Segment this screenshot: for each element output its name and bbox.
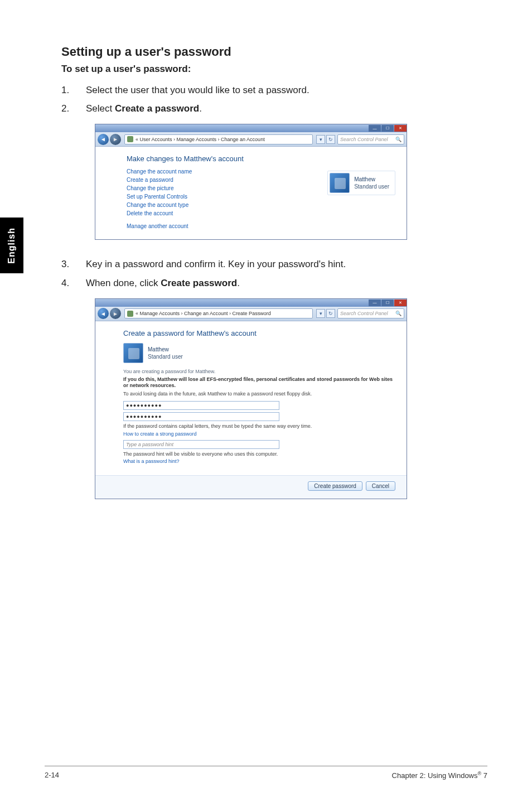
step-number: 2. [61, 101, 86, 116]
refresh-icon[interactable]: ↻ [326, 309, 335, 318]
panel-title: Make changes to Matthew's account [127, 154, 395, 163]
link-change-name[interactable]: Change the account name [127, 168, 192, 175]
search-placeholder: Search Control Panel [340, 137, 388, 142]
user-name: Matthew [354, 176, 389, 183]
back-button[interactable]: ◄ [98, 308, 109, 319]
user-role: Standard user [148, 353, 183, 360]
sub-heading: To set up a user's password: [61, 64, 471, 75]
page-heading: Setting up a user's password [61, 45, 471, 59]
link-create-password[interactable]: Create a password [127, 177, 192, 183]
refresh-icon[interactable]: ↻ [326, 135, 335, 144]
address-row: ◄ ► « Manage Accounts › Change an Accoun… [95, 307, 407, 321]
maximize-button[interactable]: ☐ [381, 125, 394, 132]
link-manage-another[interactable]: Manage another account [127, 223, 192, 229]
search-input[interactable]: Search Control Panel 🔍 [337, 134, 404, 144]
hint-visible-note: The password hint will be visible to eve… [123, 451, 395, 458]
chapter-label: Chapter 2: Using Windows® 7 [392, 771, 487, 780]
user-name: Matthew [148, 346, 183, 353]
minimize-button[interactable]: — [369, 125, 381, 132]
link-change-type[interactable]: Change the account type [127, 202, 192, 208]
link-change-picture[interactable]: Change the picture [127, 185, 192, 191]
minimize-button[interactable]: — [369, 299, 381, 306]
search-icon: 🔍 [395, 137, 402, 142]
panel-title: Create a password for Matthew's account [123, 329, 395, 337]
language-tab-label: English [7, 228, 17, 264]
window-titlebar: — ☐ ✕ [95, 124, 407, 132]
link-strong-password[interactable]: How to create a strong password [123, 431, 395, 437]
password-hint-input[interactable]: Type a password hint [123, 440, 279, 449]
breadcrumb-bar[interactable]: « User Accounts › Manage Accounts › Chan… [124, 134, 313, 144]
user-tile: Matthew Standard user [123, 343, 395, 363]
new-password-input[interactable]: ●●●●●●●●●● [123, 401, 279, 410]
forward-button[interactable]: ► [110, 134, 121, 145]
language-tab: English [0, 218, 23, 273]
maximize-button[interactable]: ☐ [381, 299, 394, 306]
close-button[interactable]: ✕ [394, 299, 407, 306]
control-panel-icon [127, 136, 133, 142]
search-input[interactable]: Search Control Panel 🔍 [337, 308, 404, 318]
warning-text: If you do this, Matthew will lose all EF… [123, 376, 395, 389]
steps-list-1: 1. Select the user that you would like t… [61, 83, 471, 116]
forward-button[interactable]: ► [110, 308, 121, 319]
footer-divider [45, 766, 487, 766]
step-number: 4. [61, 276, 86, 291]
search-icon: 🔍 [395, 311, 402, 316]
steps-list-2: 3. Key in a password and confirm it. Key… [61, 257, 471, 290]
user-role: Standard user [354, 183, 389, 190]
step-number: 3. [61, 257, 86, 272]
step-number: 1. [61, 83, 86, 98]
search-placeholder: Search Control Panel [340, 311, 388, 316]
avoid-text: To avoid losing data in the future, ask … [123, 391, 395, 398]
step-text: Key in a password and confirm it. Key in… [86, 257, 346, 272]
control-panel-icon [127, 311, 133, 317]
link-delete-account[interactable]: Delete the account [127, 210, 192, 216]
link-what-is-hint[interactable]: What is a password hint? [123, 458, 395, 464]
screenshot-change-account: — ☐ ✕ ◄ ► « User Accounts › Manage Accou… [95, 124, 407, 240]
screenshot-create-password: — ☐ ✕ ◄ ► « Manage Accounts › Change an … [95, 298, 407, 500]
link-parental-controls[interactable]: Set up Parental Controls [127, 194, 192, 200]
create-password-button[interactable]: Create password [308, 481, 362, 491]
creating-for-text: You are creating a password for Matthew. [123, 369, 395, 374]
dropdown-icon[interactable]: ▾ [316, 309, 325, 318]
step-text: When done, click Create password. [86, 276, 240, 291]
avatar [123, 343, 143, 363]
breadcrumb-text: « User Accounts › Manage Accounts › Chan… [136, 137, 265, 142]
breadcrumb-text: « Manage Accounts › Change an Account › … [136, 311, 271, 316]
avatar [330, 173, 350, 193]
close-button[interactable]: ✕ [394, 125, 407, 132]
confirm-password-input[interactable]: ●●●●●●●●●● [123, 412, 279, 421]
step-text: Select Create a password. [86, 101, 202, 116]
address-row: ◄ ► « User Accounts › Manage Accounts › … [95, 132, 407, 147]
user-tile: Matthew Standard user [327, 171, 395, 195]
breadcrumb-bar[interactable]: « Manage Accounts › Change an Account › … [124, 308, 313, 318]
step-text: Select the user that you would like to s… [86, 83, 309, 98]
cancel-button[interactable]: Cancel [366, 481, 395, 491]
page-number: 2-14 [45, 771, 59, 780]
window-titlebar: — ☐ ✕ [95, 299, 407, 307]
caps-note: If the password contains capital letters… [123, 423, 395, 430]
back-button[interactable]: ◄ [98, 134, 109, 145]
page-footer: 2-14 Chapter 2: Using Windows® 7 [0, 771, 532, 780]
dropdown-icon[interactable]: ▾ [316, 135, 325, 144]
